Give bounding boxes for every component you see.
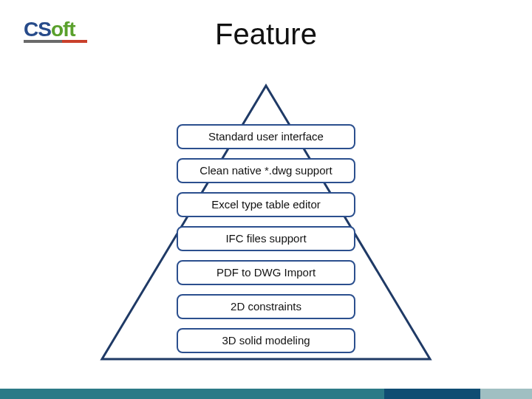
feature-item: 2D constraints [177, 294, 355, 319]
footer-bar [0, 389, 532, 399]
feature-item: 3D solid modeling [177, 328, 355, 353]
footer-segment [480, 389, 532, 399]
footer-segment [0, 389, 384, 399]
feature-stack: Standard user interface Clean native *.d… [177, 124, 355, 353]
feature-item: IFC files support [177, 226, 355, 251]
diagram-area: Standard user interface Clean native *.d… [0, 83, 532, 371]
feature-item: Standard user interface [177, 124, 355, 149]
feature-item: Clean native *.dwg support [177, 158, 355, 183]
feature-item: Excel type table editor [177, 192, 355, 217]
page-title: Feature [0, 18, 532, 51]
footer-segment [384, 389, 480, 399]
feature-item: PDF to DWG Import [177, 260, 355, 285]
